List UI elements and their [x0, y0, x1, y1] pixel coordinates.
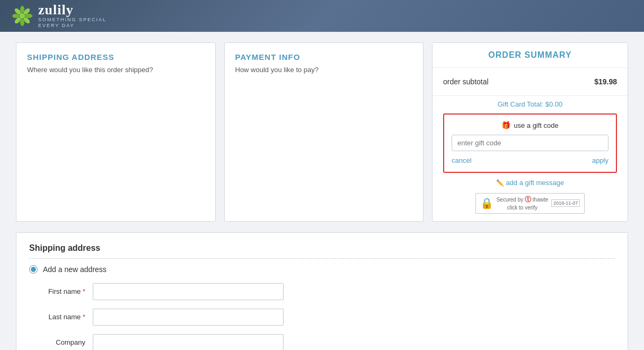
first-name-required: * [83, 287, 85, 295]
gift-apply-button[interactable]: apply [592, 155, 608, 165]
gift-code-actions: cancel apply [452, 155, 608, 165]
last-name-input[interactable] [93, 309, 284, 326]
secured-text-block: Secured by ⓣ thawte click to verify [497, 196, 549, 211]
first-name-input[interactable] [93, 283, 284, 300]
use-gift-code-label: 🎁 use a gift code [452, 121, 608, 129]
last-name-label: Last name * [29, 313, 93, 321]
gift-code-input[interactable] [452, 135, 608, 151]
svg-point-5 [20, 19, 24, 26]
gift-card-total: Gift Card Total: $0.00 [443, 100, 617, 108]
add-new-address-radio[interactable] [29, 265, 38, 274]
svg-point-3 [25, 14, 32, 18]
click-to-verify-text: click to verify [497, 204, 549, 211]
order-summary-card: ORDER SUMMARY order subtotal $19.98 Gift… [432, 42, 628, 222]
svg-point-7 [12, 14, 20, 18]
gift-code-box: 🎁 use a gift code cancel apply [443, 113, 617, 173]
svg-point-9 [20, 13, 25, 19]
svg-point-1 [20, 6, 24, 13]
bottom-section: Shipping address Add a new address First… [16, 232, 628, 350]
add-gift-message-link-container: ✏️ add a gift message [443, 178, 617, 187]
security-badge: 🔒 Secured by ⓣ thawte click to verify 20… [443, 193, 617, 214]
first-name-row: First name * [29, 283, 615, 300]
edit-icon: ✏️ [496, 179, 504, 187]
company-row: Company [29, 334, 615, 350]
security-badge-inner: 🔒 Secured by ⓣ thawte click to verify 20… [475, 193, 585, 214]
payment-info-title: PAYMENT INFO [235, 52, 413, 62]
site-header: zulily SOMETHING SPECIAL EVERY DAY [0, 0, 644, 32]
shipping-address-card: SHIPPING ADDRESS Where would you like th… [16, 42, 216, 222]
company-label: Company [29, 338, 93, 346]
logo-container: zulily SOMETHING SPECIAL EVERY DAY [11, 3, 107, 29]
logo-icon [11, 4, 34, 28]
first-name-label: First name * [29, 287, 93, 295]
secured-by-text: Secured by ⓣ thawte [497, 196, 549, 204]
order-subtotal-row: order subtotal $19.98 [443, 75, 617, 88]
order-subtotal-label: order subtotal [443, 77, 489, 86]
payment-info-subtitle: How would you like to pay? [235, 66, 413, 74]
order-summary-title: ORDER SUMMARY [443, 50, 617, 60]
order-subtotal-value: $19.98 [594, 77, 617, 86]
gift-card-section: Gift Card Total: $0.00 🎁 use a gift code… [433, 95, 628, 221]
top-cards-row: SHIPPING ADDRESS Where would you like th… [16, 42, 628, 222]
shipping-form-title: Shipping address [29, 243, 615, 259]
order-summary-body: order subtotal $19.98 [433, 68, 628, 95]
last-name-row: Last name * [29, 309, 615, 326]
security-date: 2018-11-07 [551, 199, 580, 207]
payment-info-card: PAYMENT INFO How would you like to pay? [224, 42, 424, 222]
add-new-address-row: Add a new address [29, 265, 615, 274]
logo-name: zulily [38, 3, 107, 17]
shipping-address-title: SHIPPING ADDRESS [27, 52, 205, 62]
logo-text: zulily SOMETHING SPECIAL EVERY DAY [38, 3, 107, 29]
thawte-logo: ⓣ [525, 196, 531, 203]
add-new-address-label: Add a new address [43, 265, 107, 274]
order-summary-header: ORDER SUMMARY [433, 43, 628, 68]
logo-tagline: SOMETHING SPECIAL EVERY DAY [38, 17, 107, 29]
add-gift-message-link[interactable]: ✏️ add a gift message [496, 179, 564, 187]
gift-cancel-button[interactable]: cancel [452, 155, 472, 165]
company-input[interactable] [93, 334, 284, 350]
shipping-form-section: Shipping address Add a new address First… [16, 232, 628, 350]
main-content: SHIPPING ADDRESS Where would you like th… [0, 32, 644, 350]
lock-icon: 🔒 [480, 197, 493, 209]
gift-icon: 🎁 [501, 121, 510, 129]
last-name-required: * [83, 313, 85, 321]
shipping-address-subtitle: Where would you like this order shipped? [27, 66, 205, 74]
